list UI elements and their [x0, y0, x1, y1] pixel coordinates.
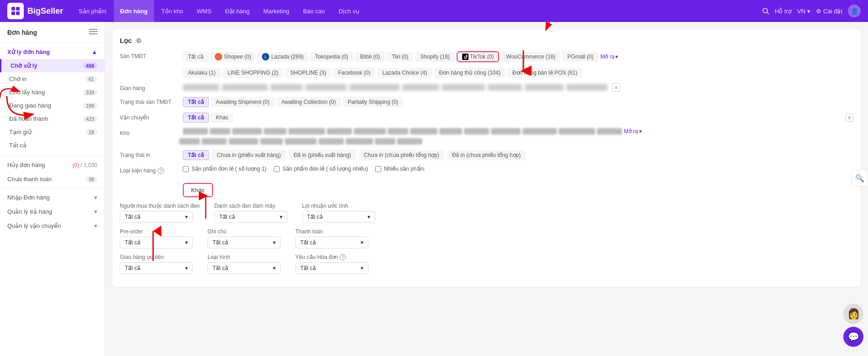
san-tmdt-expand[interactable]: Mở ra ▾ [600, 54, 618, 60]
loai-kien-don-le-nhieu[interactable]: Sản phẩm đơn lẻ ( số lượng nhiều) [274, 166, 368, 172]
kho-item[interactable] [327, 128, 352, 135]
san-tmdt-tat-ca[interactable]: Tất cả [183, 52, 208, 62]
right-search-icon[interactable]: 🔍 [852, 170, 868, 186]
kho-item[interactable] [183, 128, 208, 135]
kho-item[interactable] [232, 128, 262, 135]
gian-hang-item[interactable] [402, 84, 439, 91]
kho-item[interactable] [210, 128, 230, 135]
kho-item[interactable] [464, 128, 489, 135]
kho-item[interactable] [288, 128, 325, 135]
kho-item[interactable] [375, 138, 395, 145]
lang-selector[interactable]: VN ▾ [797, 8, 810, 15]
trang-thai-awaiting-collection[interactable]: Awaiting Collection (0) [277, 97, 341, 107]
loai-kien-nhieu-san-pham[interactable]: Nhiều sản phẩm [375, 166, 424, 172]
sidebar-section-xuly-header[interactable]: Xử lý đơn hàng ▲ [0, 45, 105, 59]
trang-thai-in-da-in-tong-hop[interactable]: Đã in (chưa phiếu tổng hợp) [447, 150, 526, 160]
kho-item[interactable] [260, 138, 283, 145]
san-tmdt-woocommerce[interactable]: WooCommerce (16) [501, 52, 560, 62]
kho-item[interactable] [597, 128, 622, 135]
danh-sach-den-dropdown[interactable]: Tất cả ▾ [214, 211, 288, 223]
kho-item[interactable] [491, 128, 521, 135]
san-tmdt-ban-le-pos[interactable]: Đơn hàng bán lẻ POS (61) [507, 68, 582, 78]
kho-item[interactable] [439, 128, 462, 135]
kho-item[interactable] [319, 138, 344, 145]
sidebar-item-cho-in[interactable]: Chờ in 61 [0, 72, 105, 86]
san-tmdt-tiki[interactable]: Tiki (0) [387, 52, 413, 62]
thanh-toan-dropdown[interactable]: Tất cả ▾ [295, 237, 368, 248]
kho-item[interactable] [264, 128, 287, 135]
user-avatar[interactable]: 👤 [848, 5, 861, 17]
gian-hang-item[interactable] [566, 84, 607, 91]
san-tmdt-pgmall[interactable]: PGmall (0) [562, 52, 598, 62]
gian-hang-item[interactable] [442, 84, 485, 91]
san-tmdt-lazada[interactable]: L Lazada (269) [257, 52, 308, 62]
giao-hang-uu-tien-dropdown[interactable]: Tất cả ▾ [120, 262, 193, 274]
khac-box[interactable]: Khác [183, 183, 213, 197]
trang-thai-in-da-in-phieu[interactable]: Đã in (phiếu xuất hàng) [288, 150, 356, 160]
trang-thai-in-chua-in-phieu[interactable]: Chưa in (phiếu xuất hàng) [212, 150, 286, 160]
nav-don-hang[interactable]: Đơn hàng [114, 0, 154, 22]
sidebar-item-dang-giao-hang[interactable]: Đang giao hàng 199 [0, 99, 105, 112]
kho-item[interactable] [388, 128, 408, 135]
loai-hinh-dropdown[interactable]: Tất cả ▾ [208, 262, 281, 274]
gian-hang-item[interactable] [349, 84, 399, 91]
logo[interactable]: BigSeller [7, 3, 63, 19]
san-tmdt-shopify[interactable]: Shopify (16) [415, 52, 455, 62]
help-circle-icon[interactable]: ? [158, 167, 164, 174]
filter-settings-icon[interactable]: ⚙ [136, 37, 142, 44]
kho-item[interactable] [346, 138, 373, 145]
kho-item[interactable] [229, 138, 258, 145]
trang-thai-partially-shipping[interactable]: Partially Shipping (0) [343, 97, 404, 107]
nav-dat-hang[interactable]: Đặt hàng [218, 0, 256, 22]
sidebar-item-tam-giu[interactable]: Tạm giữ 18 [0, 125, 105, 139]
kho-item[interactable] [559, 128, 595, 135]
sidebar-item-quan-ly-tra-hang[interactable]: Quản lý trả hàng ▾ [0, 205, 105, 219]
chat-avatar-btn[interactable]: 👩 [843, 304, 863, 324]
ghi-chu-dropdown[interactable]: Tất cả ▾ [208, 237, 281, 248]
sidebar-item-tat-ca[interactable]: Tất cả [0, 139, 105, 152]
gian-hang-item[interactable] [183, 84, 219, 91]
align-icon[interactable]: ≡ [612, 83, 620, 92]
nav-bao-cao[interactable]: Báo cáo [297, 0, 331, 22]
chat-btn[interactable]: 💬 [843, 327, 863, 347]
sidebar-item-cho-xu-ly[interactable]: Chờ xử lý 498 [0, 59, 105, 72]
filter-align-right[interactable]: ≡ [612, 83, 620, 92]
san-tmdt-shopline[interactable]: SHOPLINE (3) [285, 68, 331, 78]
nav-wms[interactable]: WMS [191, 0, 218, 22]
yeu-cau-hoa-don-dropdown[interactable]: Tất cả ▾ [295, 262, 368, 274]
kho-item[interactable] [202, 138, 227, 145]
gian-hang-item[interactable] [305, 84, 346, 91]
trang-thai-awaiting-shipment[interactable]: Awaiting Shipment (0) [211, 97, 274, 107]
san-tmdt-thu-cong[interactable]: Đơn hàng thủ công (104) [434, 68, 506, 78]
nav-ton-kho[interactable]: Tồn kho [155, 0, 190, 22]
trang-thai-in-tat-ca[interactable]: Tất cả [183, 150, 209, 160]
nav-marketing[interactable]: Marketing [257, 0, 296, 22]
nav-dich-vu[interactable]: Dịch vụ [332, 0, 366, 22]
kho-item[interactable] [397, 138, 422, 145]
sidebar-item-da-hoan-thanh[interactable]: Đã hoàn thành 423 [0, 112, 105, 125]
san-tmdt-line[interactable]: LINE SHOPPING (2) [223, 68, 283, 78]
gian-hang-item[interactable] [271, 84, 303, 91]
kho-item[interactable] [410, 128, 437, 135]
sidebar-item-cho-lay-hang[interactable]: Chờ lấy hàng 339 [0, 86, 105, 99]
san-tmdt-lazada-choice[interactable]: Lazada Choice (4) [377, 68, 432, 78]
gian-hang-item[interactable] [525, 84, 564, 91]
van-chuyen-tat-ca[interactable]: Tất cả [183, 113, 209, 123]
san-tmdt-akulaku[interactable]: Akulaku (1) [183, 68, 221, 78]
sidebar-item-nhap-don-hang[interactable]: Nhập Đơn hàng ▾ [0, 190, 105, 205]
sidebar-item-huy-don-hang[interactable]: Hủy đơn hàng (0) / 1,030 [0, 158, 105, 172]
san-tmdt-tokopedia[interactable]: Tokopedia (0) [310, 52, 353, 62]
nav-san-pham[interactable]: Sản phẩm [72, 0, 113, 22]
gian-hang-item[interactable] [488, 84, 522, 91]
help-circle-icon-2[interactable]: ? [340, 254, 346, 260]
van-chuyen-align-icon[interactable]: ≡ [845, 113, 853, 122]
nguoi-mua-dropdown[interactable]: Tất cả ▾ [120, 211, 193, 223]
kho-item[interactable] [354, 128, 386, 135]
settings-btn[interactable]: ⚙ Cài đặt [816, 8, 842, 15]
trang-thai-in-chua-in-tong-hop[interactable]: Chưa in (chưa phiếu tổng hợp) [359, 150, 444, 160]
san-tmdt-facebook[interactable]: Facebook (0) [333, 68, 376, 78]
kho-item[interactable] [179, 138, 200, 145]
pre-order-dropdown[interactable]: Tất cả ▾ [120, 237, 193, 248]
kho-expand[interactable]: Mở ra ▾ [624, 128, 642, 135]
san-tmdt-blibli[interactable]: Blibli (0) [355, 52, 385, 62]
